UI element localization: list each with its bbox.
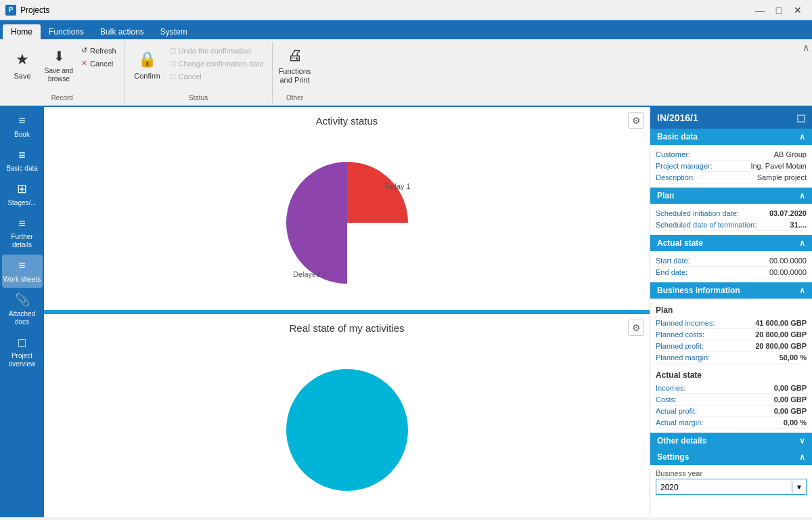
svg-text:Delayed 3: Delayed 3 [293,270,327,278]
stages-icon: ⊞ [17,182,27,197]
window-controls[interactable]: — □ ✕ [751,3,807,18]
book-icon: ≡ [18,114,26,129]
project-overview-icon: □ [18,336,26,351]
section-plan-collapse-icon: ∧ [799,191,805,200]
sidebar-item-project-overview[interactable]: □ Project overview [2,332,43,373]
sidebar-item-basic-data[interactable]: ≡ Basic data [2,144,43,177]
confirm-icon: 🔒 [138,51,156,68]
ribbon-group-other: 🖨 Functions and Print Other [273,42,317,103]
section-plan-header[interactable]: Plan ∧ [650,188,812,204]
functions-print-button[interactable]: 🖨 Functions and Print [278,42,312,89]
info-row-manager: Project manager: Ing. Pavel Motan [656,160,807,172]
info-row-initiation: Scheduled initiation date: 03.07.2020 [656,208,807,219]
section-other-details-header[interactable]: Other details ∨ [650,433,812,449]
print-icon: 🖨 [288,47,302,64]
undo-confirmation-icon: ◻ [170,46,176,55]
business-plan-subtitle: Plan [656,303,807,318]
undo-confirmation-button[interactable]: ◻ Undo the confirmation [167,45,267,56]
sidebar-item-stages[interactable]: ⊞ Stages/... [2,178,43,211]
status-small-btns: ◻ Undo the confirmation ◻ Change confirm… [167,42,267,82]
business-year-label: Business year [656,469,807,477]
save-browse-icon: ⬇ [53,48,65,64]
business-row-planned-margin: Planned margin: 50,00 % [656,352,807,364]
activity-status-panel: Activity status ⚙ Today 1 Delayed 3 [44,107,650,310]
real-state-settings-button[interactable]: ⚙ [628,320,644,336]
real-state-circle-chart [279,362,415,498]
section-business-body: Plan Planned incomes: 41 600,00 GBP Plan… [650,299,812,433]
work-sheets-icon: ≡ [18,259,26,274]
svg-text:Today 1: Today 1 [384,182,411,190]
ribbon-toolbar: ★ Save ⬇ Save and browse ↺ Refresh ✕ Can… [0,39,812,107]
cancel-button[interactable]: ✕ Cancel [78,58,119,69]
status-cancel-button[interactable]: ◻ Cancel [167,70,267,82]
save-button[interactable]: ★ Save [5,42,39,89]
ribbon-group-status: 🔒 Confirm ◻ Undo the confirmation ◻ Chan… [125,42,273,103]
tab-system[interactable]: System [152,24,196,39]
sidebar-item-further-details[interactable]: ≡ Further details [2,213,43,254]
record-small-btns: ↺ Refresh ✕ Cancel [78,42,119,69]
right-panel-title: IN/2016/1 [657,112,698,123]
sidebar-item-book[interactable]: ≡ Book [2,110,43,143]
activity-status-title: Activity status [44,107,650,135]
change-date-icon: ◻ [170,59,176,68]
real-state-chart [44,342,650,517]
section-settings-collapse-icon: ∧ [799,452,805,462]
business-actual-subtitle: Actual state [656,368,807,383]
title-bar-left: P Projects [5,5,49,16]
business-row-actual-margin: Actual margin: 0,00 % [656,417,807,429]
cancel-icon: ✕ [81,59,87,68]
section-basic-data-header[interactable]: Basic data ∧ [650,129,812,145]
confirm-button[interactable]: 🔒 Confirm [131,42,164,89]
ribbon-collapse-button[interactable]: ∧ [803,42,809,53]
section-settings-header[interactable]: Settings ∧ [650,449,812,465]
main-layout: ≡ Book ≡ Basic data ⊞ Stages/... ≡ Furth… [0,107,812,517]
business-row-costs: Costs: 0,00 GBP [656,394,807,406]
basic-data-icon: ≡ [18,148,26,163]
tab-home[interactable]: Home [3,24,41,39]
refresh-icon: ↺ [81,46,87,55]
section-business-header[interactable]: Business information ∧ [650,282,812,299]
section-settings-body: Business year ▼ [650,465,812,499]
section-basic-data-collapse-icon: ∧ [799,132,805,142]
ribbon-tabs: Home Functions Bulk actions System [0,20,812,39]
minimize-button[interactable]: — [751,3,769,18]
close-button[interactable]: ✕ [789,3,807,18]
svg-point-2 [286,369,408,491]
tab-functions[interactable]: Functions [41,24,92,39]
info-row-description: Description: Sample project [656,172,807,183]
ribbon-group-record: ★ Save ⬇ Save and browse ↺ Refresh ✕ Can… [0,42,125,103]
maximize-button[interactable]: □ [770,3,788,18]
other-group-label: Other [273,94,317,102]
right-panel-header: IN/2016/1 ⬚ [650,107,812,129]
business-row-planned-incomes: Planned incomes: 41 600,00 GBP [656,318,807,329]
sidebar: ≡ Book ≡ Basic data ⊞ Stages/... ≡ Furth… [0,107,44,517]
change-confirmation-date-button[interactable]: ◻ Change confirmation date [167,58,267,69]
save-icon: ★ [16,51,29,68]
section-plan-body: Scheduled initiation date: 03.07.2020 Sc… [650,204,812,235]
business-year-field-container: ▼ [656,479,807,495]
sidebar-item-attached-docs[interactable]: 📎 Attached docs [2,289,43,330]
section-actual-state-body: Start date: 00.00.0000 End date: 00.00.0… [650,251,812,282]
info-row-start-date: Start date: 00.00.0000 [656,255,807,267]
status-cancel-icon: ◻ [170,72,176,81]
section-actual-state-header[interactable]: Actual state ∧ [650,235,812,251]
external-link-icon[interactable]: ⬚ [796,112,805,123]
right-panel: IN/2016/1 ⬚ Basic data ∧ Customer: AB Gr… [650,107,812,517]
save-browse-button[interactable]: ⬇ Save and browse [42,42,76,89]
business-row-planned-profit: Planned profit: 20 800,00 GBP [656,341,807,352]
business-year-dropdown-button[interactable]: ▼ [792,481,806,493]
section-basic-data-body: Customer: AB Group Project manager: Ing.… [650,145,812,188]
app-title: Projects [20,5,49,15]
activity-status-settings-button[interactable]: ⚙ [628,112,644,129]
real-state-panel: Real state of my activities ⚙ [44,314,650,517]
title-bar: P Projects — □ ✕ [0,0,812,20]
business-year-input[interactable] [656,481,792,494]
activity-status-chart: Today 1 Delayed 3 [44,135,650,310]
section-other-details-collapse-icon: ∨ [799,436,805,446]
tab-bulk-actions[interactable]: Bulk actions [92,24,152,39]
refresh-button[interactable]: ↺ Refresh [78,45,119,56]
info-row-customer: Customer: AB Group [656,149,807,160]
business-row-incomes: Incomes: 0,00 GBP [656,383,807,394]
content-area: Activity status ⚙ Today 1 Delayed 3 [44,107,650,517]
sidebar-item-work-sheets[interactable]: ≡ Work sheets [2,255,43,288]
